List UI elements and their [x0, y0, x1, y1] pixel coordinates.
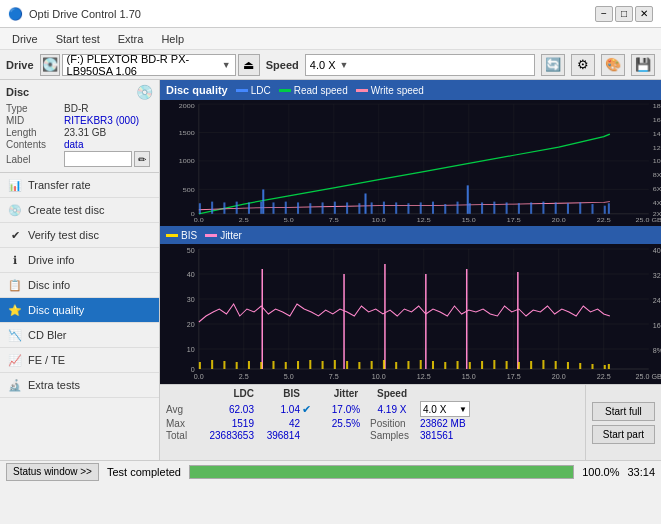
type-label: Type: [6, 103, 64, 114]
svg-rect-123: [211, 360, 213, 369]
samples-value: 381561: [420, 430, 474, 441]
svg-rect-135: [358, 362, 360, 369]
nav-disc-info[interactable]: 📋 Disc info: [0, 273, 159, 298]
svg-text:10.0: 10.0: [372, 373, 386, 380]
nav-extra-tests[interactable]: 🔬 Extra tests: [0, 373, 159, 398]
menu-start-test[interactable]: Start test: [48, 31, 108, 47]
svg-rect-139: [407, 361, 409, 369]
svg-text:16X: 16X: [653, 117, 661, 123]
refresh-button[interactable]: 🔄: [541, 54, 565, 76]
svg-rect-137: [383, 360, 385, 369]
svg-rect-124: [223, 361, 225, 369]
svg-rect-48: [297, 202, 299, 213]
type-value: BD-R: [64, 103, 88, 114]
close-button[interactable]: ✕: [635, 6, 653, 22]
write-speed-label: Write speed: [371, 85, 424, 96]
svg-rect-45: [260, 202, 262, 214]
svg-rect-73: [604, 206, 606, 214]
nav-create-test-disc[interactable]: 💿 Create test disc: [0, 198, 159, 223]
svg-text:22.5: 22.5: [597, 217, 611, 223]
menu-drive[interactable]: Drive: [4, 31, 46, 47]
nav-cd-bler[interactable]: 📉 CD Bler: [0, 323, 159, 348]
start-part-button[interactable]: Start part: [592, 425, 655, 444]
label-edit-button[interactable]: ✏: [134, 151, 150, 167]
svg-rect-130: [297, 361, 299, 369]
svg-text:18X: 18X: [653, 103, 661, 109]
svg-rect-54: [371, 202, 373, 213]
save-button[interactable]: 💾: [631, 54, 655, 76]
stats-empty: [166, 388, 194, 399]
svg-text:12.5: 12.5: [417, 217, 431, 223]
svg-rect-138: [395, 362, 397, 369]
nav-drive-info[interactable]: ℹ Drive info: [0, 248, 159, 273]
svg-text:30: 30: [187, 296, 195, 303]
jitter-checkbox[interactable]: ✔: [302, 403, 322, 416]
svg-rect-42: [223, 202, 225, 213]
app-title: Opti Drive Control 1.70: [29, 8, 141, 20]
transfer-rate-icon: 📊: [8, 178, 22, 192]
drive-selector[interactable]: (F:) PLEXTOR BD-R PX-LB950SA 1.06 ▼: [62, 54, 236, 76]
svg-text:15.0: 15.0: [462, 217, 476, 223]
svg-rect-156: [608, 364, 610, 369]
progress-bar-fill: [190, 466, 573, 478]
nav-verify-test-disc-label: Verify test disc: [28, 229, 99, 241]
eject-button[interactable]: ⏏: [238, 54, 260, 76]
svg-rect-69: [555, 202, 557, 213]
svg-rect-56: [395, 202, 397, 213]
svg-text:0: 0: [191, 366, 195, 373]
upper-chart: 2000 1500 1000 500 0 18X 16X 14X 12X 10X…: [160, 100, 661, 226]
max-label: Max: [166, 418, 194, 429]
maximize-button[interactable]: □: [615, 6, 633, 22]
nav-drive-info-label: Drive info: [28, 254, 74, 266]
svg-rect-57: [407, 203, 409, 214]
svg-rect-77: [467, 185, 469, 213]
speed-label: Speed: [266, 59, 299, 71]
ldc-label: LDC: [251, 85, 271, 96]
svg-rect-47: [285, 202, 287, 214]
minimize-button[interactable]: −: [595, 6, 613, 22]
drive-toolbar: Drive 💽 (F:) PLEXTOR BD-R PX-LB950SA 1.0…: [0, 50, 661, 80]
ldc-col-header: LDC: [196, 388, 254, 399]
svg-rect-146: [493, 360, 495, 369]
total-label: Total: [166, 430, 194, 441]
disc-panel: Disc 💿 Type BD-R MID RITEKBR3 (000) Leng…: [0, 80, 159, 173]
menu-help[interactable]: Help: [153, 31, 192, 47]
nav-disc-quality[interactable]: ⭐ Disc quality: [0, 298, 159, 323]
speed-selector[interactable]: 4.0 X ▼: [305, 54, 535, 76]
svg-rect-66: [518, 203, 520, 214]
disc-info-icon: 📋: [8, 278, 22, 292]
svg-rect-70: [567, 203, 569, 214]
status-window-button[interactable]: Status window >>: [6, 463, 99, 481]
svg-rect-60: [444, 204, 446, 214]
speed-col-header: Speed: [370, 388, 414, 399]
fe-te-icon: 📈: [8, 353, 22, 367]
svg-text:17.5: 17.5: [507, 217, 521, 223]
bis-color: [166, 234, 178, 237]
max-row: Max 1519 42 25.5% Position 23862 MB: [166, 418, 579, 429]
svg-rect-132: [322, 361, 324, 369]
svg-text:10X: 10X: [653, 158, 661, 164]
speed-select-dropdown[interactable]: 4.0 X ▼: [420, 401, 470, 417]
svg-rect-75: [262, 189, 264, 213]
create-test-disc-icon: 💿: [8, 203, 22, 217]
menu-bar: Drive Start test Extra Help: [0, 28, 661, 50]
nav-extra-tests-label: Extra tests: [28, 379, 80, 391]
svg-text:2000: 2000: [179, 103, 195, 109]
settings-button[interactable]: ⚙: [571, 54, 595, 76]
nav-fe-te[interactable]: 📈 FE / TE: [0, 348, 159, 373]
drive-icon: 💽: [40, 54, 60, 76]
menu-extra[interactable]: Extra: [110, 31, 152, 47]
svg-text:2.5: 2.5: [239, 217, 249, 223]
svg-rect-72: [591, 204, 593, 214]
svg-rect-50: [322, 202, 324, 213]
lower-chart-header: BIS Jitter: [160, 226, 661, 244]
action-buttons: Start full Start part: [585, 385, 661, 460]
label-input[interactable]: [64, 151, 132, 167]
nav-transfer-rate[interactable]: 📊 Transfer rate: [0, 173, 159, 198]
sidebar: Disc 💿 Type BD-R MID RITEKBR3 (000) Leng…: [0, 80, 160, 460]
nav-verify-test-disc[interactable]: ✔ Verify test disc: [0, 223, 159, 248]
palette-button[interactable]: 🎨: [601, 54, 625, 76]
jitter-color: [205, 234, 217, 237]
bis-col-header: BIS: [256, 388, 300, 399]
start-full-button[interactable]: Start full: [592, 402, 655, 421]
